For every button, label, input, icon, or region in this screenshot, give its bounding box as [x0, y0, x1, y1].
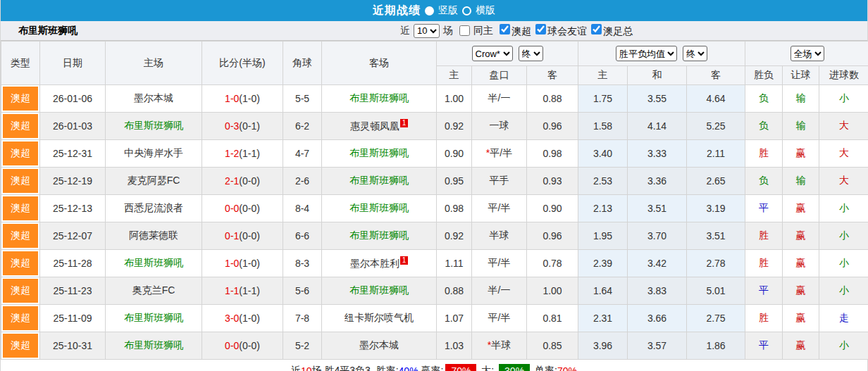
fulltime-score: 0-0	[225, 203, 239, 214]
league-cell: 澳超	[1, 140, 40, 168]
halftime-score: (0-0)	[239, 203, 260, 214]
table-row: 澳超25-12-07阿德莱德联0-1(0-0)6-6布里斯班狮吼0.92半球0.…	[1, 222, 868, 250]
halftime-score: (0-0)	[239, 230, 260, 241]
mean-away-cell: 4.64	[687, 85, 745, 113]
mean-draw-cell: 3.66	[628, 305, 687, 332]
handicap-text: 一球	[490, 120, 509, 131]
league-badge: 澳超	[3, 251, 38, 275]
summary-segment: 赢率:	[418, 365, 444, 371]
halftime-score: (1-0)	[239, 313, 260, 324]
home-team-name: 奥克兰FC	[132, 284, 175, 296]
away-team-cell: 布里斯班狮吼	[322, 277, 437, 305]
table-row: 澳超25-12-31中央海岸水手1-2(1-1)4-7布里斯班狮吼0.90*平/…	[1, 140, 868, 168]
summary-segment: 70%	[557, 365, 577, 371]
handicap-cell: 半球	[472, 222, 527, 250]
red-card-badge: 1	[400, 119, 408, 127]
away-team-name: 布里斯班狮吼	[349, 229, 409, 241]
vertical-layout-radio[interactable]	[425, 6, 434, 15]
competition-label[interactable]: 澳超	[512, 25, 531, 37]
score-cell: 0-3(0-1)	[202, 113, 283, 140]
corner-cell: 6-6	[283, 222, 322, 250]
league-cell: 澳超	[1, 168, 40, 195]
date-cell: 25-11-09	[40, 305, 106, 332]
horizontal-layout-label[interactable]: 横版	[476, 4, 495, 17]
crow-away-odds-cell: 0.78	[527, 250, 578, 277]
col-date: 日期	[40, 42, 106, 85]
date-cell: 25-12-19	[40, 168, 106, 195]
bookmaker-select[interactable]: Crow*	[472, 46, 513, 61]
summary-segment: 近	[291, 365, 301, 371]
mean-select[interactable]: 胜平负均值	[616, 46, 677, 61]
halftime-score: (0-0)	[239, 175, 260, 187]
handicap-result-cell: 赢	[783, 195, 819, 222]
league-cell: 澳超	[1, 85, 40, 113]
away-team-cell: 布里斯班狮吼	[322, 140, 437, 168]
date-cell: 26-01-03	[40, 113, 106, 140]
crow-home-odds-cell: 1.07	[437, 305, 472, 332]
subcol-odds-away: 客	[527, 66, 578, 85]
league-cell: 澳超	[1, 305, 40, 332]
away-team-name: 布里斯班狮吼	[349, 175, 409, 186]
recent-count-select[interactable]: 10	[414, 24, 440, 38]
table-row: 澳超25-12-13西悉尼流浪者0-0(0-0)8-4布里斯班狮吼0.98平/半…	[1, 195, 868, 222]
bookmaker-time-select[interactable]: 终	[519, 46, 543, 61]
competition-label[interactable]: 澳足总	[603, 25, 633, 37]
filter-bar: 布里斯班狮吼 近 10 场 同主 澳超球会友谊澳足总	[1, 21, 867, 41]
mean-time-select[interactable]: 终	[683, 46, 707, 61]
subcol-handicap-result: 让球	[783, 66, 819, 85]
halftime-score: (0-0)	[239, 340, 260, 351]
team-name: 布里斯班狮吼	[1, 25, 78, 37]
league-badge: 澳超	[3, 279, 38, 303]
goals-result-cell: 走	[819, 305, 868, 332]
vertical-layout-label[interactable]: 竖版	[438, 4, 458, 17]
scope-select[interactable]: 全场	[790, 46, 824, 61]
handicap-text: 半/一	[488, 284, 511, 296]
home-team-cell: 中央海岸水手	[106, 140, 202, 168]
league-badge: 澳超	[3, 224, 38, 248]
fulltime-score: 1-1	[225, 285, 239, 296]
mean-home-cell: 3.40	[578, 140, 628, 168]
home-team-cell: 阿德莱德联	[106, 222, 202, 250]
mean-draw-cell: 3.33	[628, 140, 687, 168]
recent-results-panel: 近期战绩 竖版 横版 布里斯班狮吼 近 10 场 同主 澳超球会友谊澳足总	[0, 0, 868, 371]
table-header: 类型 日期 主场 比分(半场) 角球 客场 Crow*终 胜平负均值终 全场 主…	[1, 42, 868, 85]
mean-away-cell: 5.01	[687, 277, 745, 305]
home-team-name: 麦克阿瑟FC	[128, 175, 180, 186]
competition-label[interactable]: 球会友谊	[547, 25, 587, 37]
away-team-name: 墨尔本胜利	[350, 258, 399, 269]
home-team-cell: 布里斯班狮吼	[106, 250, 202, 277]
col-home: 主场	[106, 42, 202, 85]
horizontal-layout-radio[interactable]	[462, 6, 471, 15]
league-badge: 澳超	[3, 196, 38, 220]
handicap-text: 平手	[490, 175, 509, 186]
summary-segment: 70%	[445, 364, 476, 371]
subcol-mean-away: 客	[687, 66, 745, 85]
goals-result-cell: 小	[819, 222, 868, 250]
same-home-checkbox[interactable]	[459, 25, 470, 36]
competition-checkbox[interactable]	[500, 24, 510, 34]
halftime-score: (1-0)	[239, 93, 260, 104]
summary-segment: 单率:	[532, 365, 557, 371]
fulltime-score: 1-0	[225, 258, 239, 269]
mean-away-cell: 2.78	[687, 250, 745, 277]
table-row: 澳超25-10-31布里斯班狮吼0-0(0-0)5-2墨尔本城1.03*半球0.…	[1, 332, 868, 360]
score-cell: 1-2(1-1)	[202, 140, 283, 168]
fulltime-score: 0-0	[225, 340, 239, 351]
crow-away-odds-cell: 0.85	[527, 332, 578, 360]
home-team-name: 墨尔本城	[134, 92, 173, 103]
subcol-mean-draw: 和	[628, 66, 687, 85]
competition-checkbox[interactable]	[591, 24, 602, 34]
crow-home-odds-cell: 0.95	[437, 168, 472, 195]
date-cell: 25-12-13	[40, 195, 106, 222]
same-home-label[interactable]: 同主	[473, 25, 493, 37]
mean-home-cell: 2.13	[578, 195, 628, 222]
handicap-text: 平/半	[488, 202, 511, 213]
handicap-cell: 一球	[472, 113, 527, 140]
competition-checkbox[interactable]	[535, 24, 546, 34]
away-team-cell: 惠灵顿凤凰1	[322, 113, 437, 140]
col-type: 类型	[1, 42, 40, 85]
away-team-cell: 墨尔本城	[322, 332, 437, 360]
fulltime-score: 3-0	[225, 313, 239, 324]
corner-cell: 6-2	[283, 113, 322, 140]
league-badge: 澳超	[3, 334, 38, 358]
